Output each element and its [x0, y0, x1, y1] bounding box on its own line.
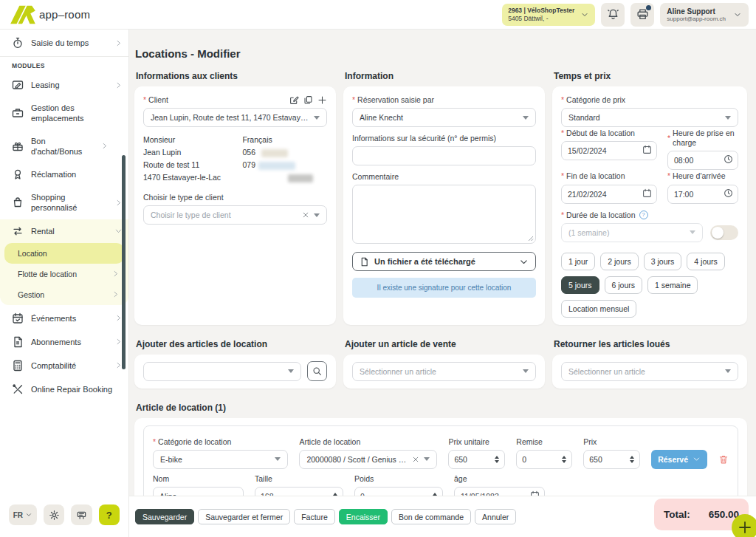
help-button[interactable]: ? — [99, 504, 120, 525]
comment-textarea[interactable] — [352, 185, 536, 244]
client-type-placeholder: Choisir le type de client — [151, 211, 298, 219]
language-label: FR — [13, 511, 23, 519]
notifications-button[interactable] — [601, 3, 625, 27]
start-date-input[interactable] — [561, 141, 657, 160]
reserved-status-button[interactable]: Réservé — [651, 450, 707, 469]
rental-category-value: E-bike — [160, 455, 270, 464]
search-article-button[interactable] — [307, 361, 327, 381]
dropdown-caret-icon — [690, 230, 695, 234]
arrival-time-input[interactable] — [667, 185, 738, 204]
duration-toggle[interactable] — [710, 225, 738, 240]
top-header: app–room 2963 | VéloShopTester 5405 Dätt… — [0, 0, 756, 30]
sidebar-item-gestion-emplacements[interactable]: Gestion des emplacements — [0, 97, 128, 130]
duration-button-6-jours[interactable]: 6 jours — [605, 276, 643, 294]
sidebar-item-reclamation[interactable]: Réclamation — [0, 163, 128, 186]
start-date-label: Début de la location — [566, 129, 635, 138]
sidebar-item-label: Gestion des emplacements — [31, 103, 123, 124]
print-button[interactable] — [630, 3, 654, 27]
edit-client-icon[interactable] — [289, 95, 299, 105]
duration-button-4-jours[interactable]: 4 jours — [687, 253, 725, 270]
end-date-input[interactable] — [561, 185, 657, 204]
rental-article-section-title: Article de location (1) — [136, 403, 747, 413]
reserved-by-value: Aline Knecht — [360, 113, 518, 122]
rental-category-select[interactable]: E-bike — [153, 450, 288, 469]
discount-stepper — [516, 450, 572, 469]
duration-select[interactable]: (1 semaine) — [561, 223, 703, 242]
sidebar-item-saisie-du-temps[interactable]: Saisie du temps — [0, 31, 128, 55]
gear-icon — [49, 510, 60, 521]
add-sale-select[interactable]: Sélectionner un article — [352, 362, 536, 381]
return-articles-select[interactable]: Sélectionner un article — [561, 362, 738, 381]
rental-article-select[interactable]: 20000080 / Scott / Genius ST 910 S... — [299, 450, 437, 469]
price-input[interactable] — [589, 455, 630, 464]
client-street: Route de test 11 — [143, 159, 242, 171]
sidebar-item-rental[interactable]: Rental — [0, 219, 128, 243]
return-articles-placeholder: Sélectionner un article — [568, 367, 721, 376]
cancel-button[interactable]: Annuler — [475, 509, 516, 524]
pickup-time-input[interactable] — [667, 151, 738, 170]
sidebar-item-evenements[interactable]: Événements — [0, 307, 128, 330]
reserved-by-select[interactable]: Aline Knecht — [352, 108, 536, 127]
sidebar-item-abonnements[interactable]: Abonnements — [0, 330, 128, 354]
help-tooltip-icon[interactable]: ? — [639, 211, 648, 219]
purchase-order-button[interactable]: Bon de commande — [391, 509, 471, 524]
sidebar-scrollbar[interactable] — [122, 155, 126, 369]
add-fab-button[interactable] — [732, 514, 756, 537]
security-info-label: Informations sur la sécurité (n° de perm… — [352, 134, 496, 143]
price-category-select[interactable]: Standard — [561, 108, 738, 127]
language-selector[interactable]: FR — [9, 504, 37, 525]
sidebar-subitem-label: Flotte de location — [18, 270, 111, 278]
sidebar-item-online-repair-booking[interactable]: Online Repair Booking — [0, 377, 128, 401]
security-info-input[interactable] — [352, 146, 536, 165]
copy-client-icon[interactable] — [303, 95, 313, 105]
save-and-close-button[interactable]: Sauvegarder et fermer — [198, 509, 290, 524]
sidebar-item-label: Abonnements — [31, 337, 107, 347]
feedback-button[interactable] — [71, 504, 92, 525]
invoice-button[interactable]: Facture — [294, 509, 335, 524]
discount-input[interactable] — [522, 455, 562, 464]
user-menu[interactable]: Aline Support support@app-room.ch — [660, 3, 749, 27]
clear-icon[interactable] — [412, 456, 419, 463]
sidebar-item-label: Événements — [31, 313, 107, 324]
add-client-icon[interactable] — [317, 95, 327, 105]
uploaded-file-expander[interactable]: Un fichier a été téléchargé — [352, 252, 536, 271]
unit-price-input[interactable] — [454, 455, 495, 464]
chevron-right-icon — [111, 270, 120, 278]
stepper-arrows[interactable] — [562, 456, 566, 463]
client-select[interactable]: Jean Lupin, Route de test 11, 1470 Estav… — [143, 108, 327, 127]
checkout-button[interactable]: Encaisser — [339, 509, 388, 524]
duration-button-1-semaine[interactable]: 1 semaine — [647, 276, 698, 294]
stepper-arrows[interactable] — [630, 456, 634, 463]
time-price-card: *Catégorie de prix Standard *Début de la… — [552, 86, 747, 325]
redacted-value — [288, 174, 313, 182]
sidebar-item-comptabilite[interactable]: Comptabilité — [0, 354, 128, 377]
settings-button[interactable] — [44, 504, 64, 525]
chevron-right-icon — [114, 81, 123, 89]
duration-button-3-jours[interactable]: 3 jours — [644, 253, 682, 270]
price-label: Prix — [583, 437, 597, 447]
page-title: Locations - Modifier — [135, 47, 756, 60]
sidebar-item-label: Online Repair Booking — [31, 384, 123, 394]
shop-selector[interactable]: 2963 | VéloShopTester 5405 Dättwil, - — [502, 4, 595, 26]
sidebar-item-bon-achat-bonus[interactable]: Bon d'achat/Bonus — [0, 130, 128, 163]
delete-article-button[interactable] — [718, 450, 729, 469]
save-button[interactable]: Sauvegarder — [135, 509, 194, 524]
duration-button-2-jours[interactable]: 2 jours — [600, 253, 639, 270]
price-category-value: Standard — [568, 113, 721, 122]
duration-button-5-jours[interactable]: 5 jours — [561, 276, 599, 294]
information-section-title: Information — [345, 71, 545, 81]
chevron-down-icon — [519, 257, 529, 267]
sidebar-subitem-gestion[interactable]: Gestion — [0, 284, 128, 305]
sidebar-item-shopping-personnalise[interactable]: Shopping personnalisé — [0, 186, 128, 219]
duration-button-1-jour[interactable]: 1 jour — [561, 253, 595, 270]
add-rental-select[interactable] — [143, 362, 301, 381]
sidebar-item-leasing[interactable]: Leasing — [0, 73, 128, 97]
resize-grip-icon[interactable] — [528, 236, 534, 242]
duration-button-location-mensuel[interactable]: Location mensuel — [561, 300, 636, 318]
sidebar-subitem-flotte-de-location[interactable]: Flotte de location — [0, 264, 128, 284]
sidebar-item-label: Réclamation — [31, 169, 123, 179]
client-type-select[interactable]: Choisir le type de client — [143, 205, 327, 225]
clear-icon[interactable] — [302, 211, 309, 219]
sidebar-subitem-location[interactable]: Location — [4, 243, 124, 264]
stepper-arrows[interactable] — [495, 456, 499, 463]
